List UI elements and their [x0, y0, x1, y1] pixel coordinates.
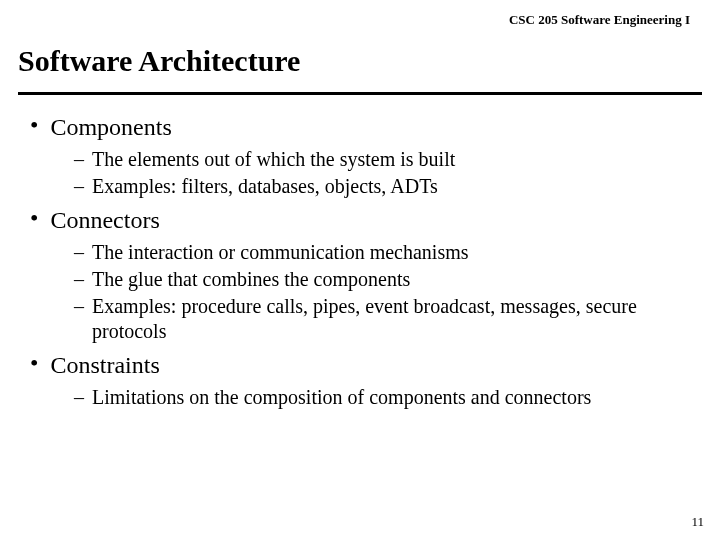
sub-text: The elements out of which the system is … [92, 147, 455, 172]
sub-item: – Examples: procedure calls, pipes, even… [74, 294, 702, 344]
course-header: CSC 205 Software Engineering I [509, 12, 690, 28]
bullet-dot-icon: • [30, 113, 38, 137]
title-divider [18, 92, 702, 95]
dash-icon: – [74, 148, 84, 171]
sub-text: The interaction or communication mechani… [92, 240, 469, 265]
sub-text: Limitations on the composition of compon… [92, 385, 591, 410]
sub-item: – Examples: filters, databases, objects,… [74, 174, 702, 199]
bullet-dot-icon: • [30, 351, 38, 375]
bullet-item: • Connectors [18, 207, 702, 234]
bullet-label: Constraints [50, 352, 159, 379]
dash-icon: – [74, 295, 84, 318]
page-number: 11 [691, 514, 704, 530]
sub-item: – The glue that combines the components [74, 267, 702, 292]
slide-content: • Components – The elements out of which… [18, 108, 702, 418]
dash-icon: – [74, 241, 84, 264]
sub-text: The glue that combines the components [92, 267, 410, 292]
sub-list: – Limitations on the composition of comp… [74, 385, 702, 410]
sub-item: – Limitations on the composition of comp… [74, 385, 702, 410]
bullet-item: • Components [18, 114, 702, 141]
bullet-label: Connectors [50, 207, 159, 234]
sub-list: – The interaction or communication mecha… [74, 240, 702, 344]
sub-list: – The elements out of which the system i… [74, 147, 702, 199]
sub-item: – The elements out of which the system i… [74, 147, 702, 172]
bullet-item: • Constraints [18, 352, 702, 379]
dash-icon: – [74, 386, 84, 409]
sub-text: Examples: filters, databases, objects, A… [92, 174, 438, 199]
slide-title: Software Architecture [18, 44, 300, 78]
bullet-dot-icon: • [30, 206, 38, 230]
sub-text: Examples: procedure calls, pipes, event … [92, 294, 702, 344]
dash-icon: – [74, 268, 84, 291]
sub-item: – The interaction or communication mecha… [74, 240, 702, 265]
bullet-label: Components [50, 114, 171, 141]
dash-icon: – [74, 175, 84, 198]
